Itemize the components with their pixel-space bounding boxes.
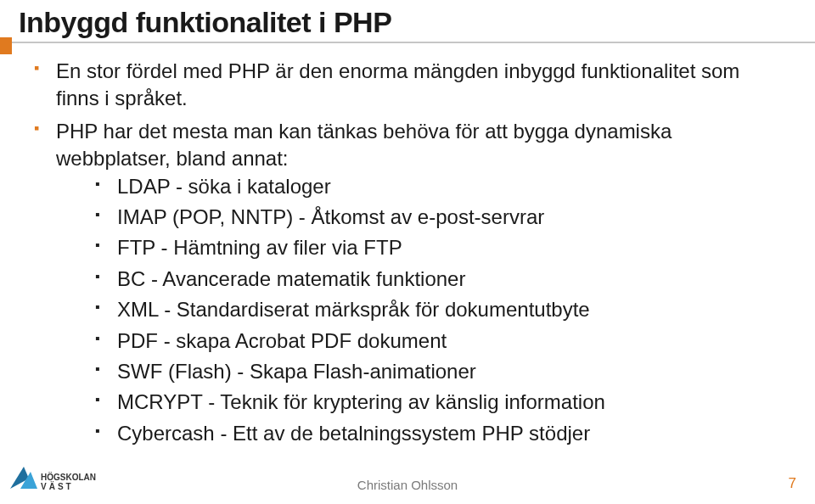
accent-block — [0, 37, 12, 54]
list-item: BC - Avancerade matematik funktioner — [95, 266, 788, 293]
list-item-text: IMAP (POP, NNTP) - Åtkomst av e-post-ser… — [117, 205, 544, 228]
list-item: XML - Standardiserat märkspråk för dokum… — [95, 296, 788, 323]
title-bar: Inbyggd funktionalitet i PHP — [0, 7, 815, 43]
list-item-text: PDF - skapa Acrobat PDF dokument — [117, 329, 447, 352]
list-item: SWF (Flash) - Skapa Flash-animationer — [95, 358, 788, 385]
list-item: Cybercash - Ett av de betalningssystem P… — [95, 420, 788, 447]
list-item-text: BC - Avancerade matematik funktioner — [117, 267, 465, 290]
list-item-text: LDAP - söka i kataloger — [117, 175, 331, 198]
list-item-text: SWF (Flash) - Skapa Flash-animationer — [117, 360, 476, 383]
page-number: 7 — [789, 475, 796, 492]
list-item: FTP - Hämtning av filer via FTP — [95, 234, 788, 261]
list-item-text: PHP har det mesta man kan tänkas behöva … — [56, 120, 672, 170]
list-item-text: En stor fördel med PHP är den enorma män… — [56, 59, 739, 109]
list-item: IMAP (POP, NNTP) - Åtkomst av e-post-ser… — [95, 204, 788, 231]
content-area: En stor fördel med PHP är den enorma män… — [34, 54, 788, 452]
footer: HÖGSKOLAN VÄST Christian Ohlsson 7 — [0, 453, 815, 501]
bullet-list-lvl1: En stor fördel med PHP är den enorma män… — [34, 58, 788, 447]
list-item-text: FTP - Hämtning av filer via FTP — [117, 236, 402, 259]
list-item-text: Cybercash - Ett av de betalningssystem P… — [117, 422, 590, 445]
slide: Inbyggd funktionalitet i PHP En stor för… — [0, 0, 815, 504]
list-item: LDAP - söka i kataloger — [95, 173, 788, 200]
list-item-text: MCRYPT - Teknik för kryptering av känsli… — [117, 390, 605, 413]
list-item: PDF - skapa Acrobat PDF dokument — [95, 328, 788, 355]
footer-author: Christian Ohlsson — [0, 478, 815, 492]
list-item: PHP har det mesta man kan tänkas behöva … — [34, 118, 788, 447]
list-item: En stor fördel med PHP är den enorma män… — [34, 58, 788, 113]
bullet-list-lvl2: LDAP - söka i kataloger IMAP (POP, NNTP)… — [56, 173, 788, 448]
page-title: Inbyggd funktionalitet i PHP — [19, 7, 815, 38]
list-item-text: XML - Standardiserat märkspråk för dokum… — [117, 298, 590, 321]
list-item: MCRYPT - Teknik för kryptering av känsli… — [95, 389, 788, 416]
